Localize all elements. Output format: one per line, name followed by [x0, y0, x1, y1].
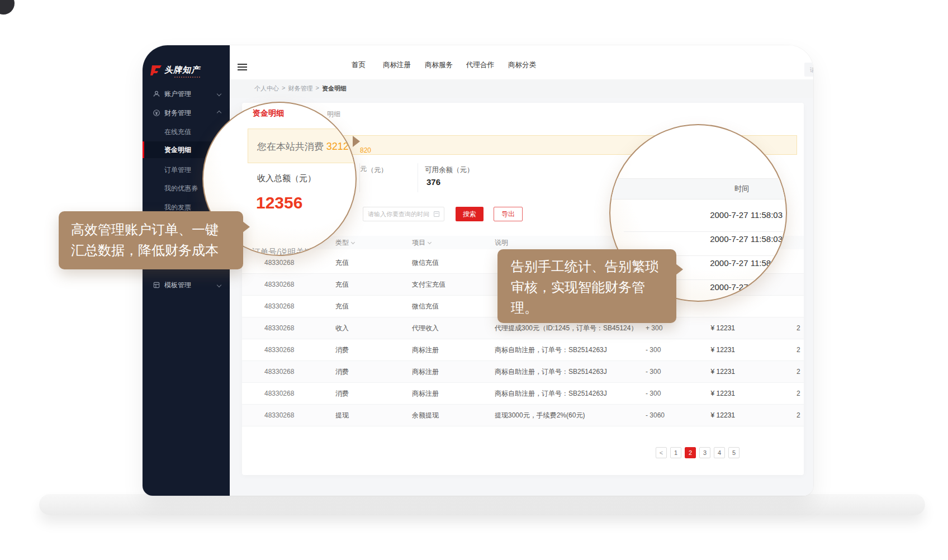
nav-agent-coop[interactable]: 代理合作 [466, 60, 494, 70]
magnified-tab-funds-detail: 资金明细 [253, 108, 284, 118]
page-button-5[interactable]: 5 [728, 447, 740, 458]
cell-project: 余额提现 [412, 411, 495, 420]
breadcrumb: 个人中心 > 财务管理 > 资金明细 [230, 79, 813, 98]
cell-type: 消费 [335, 367, 412, 377]
cell-amount: - 300 [646, 346, 693, 354]
breadcrumb-current: 资金明细 [322, 84, 347, 93]
hamburger-icon[interactable] [238, 64, 247, 72]
finance-icon [153, 109, 160, 117]
cell-balance: ¥ 12231 [693, 368, 735, 376]
sidebar-item-coupons[interactable]: 我的优惠券 [164, 181, 198, 196]
cell-type: 充值 [335, 280, 412, 290]
breadcrumb-separator: > [315, 84, 319, 93]
corner-artifact [0, 0, 15, 15]
breadcrumb-item[interactable]: 个人中心 [254, 84, 279, 93]
cell-project: 微信充值 [412, 258, 495, 268]
magnified-time-header: 时间 [734, 179, 749, 199]
sidebar-item-label: 订单管理 [164, 165, 191, 175]
sidebar-item-label: 我的发票 [164, 203, 191, 212]
cell-time: 2 [735, 346, 804, 354]
cell-order: 48330268 [242, 411, 335, 419]
magnified-time: 2000-7-27 11:58:03 [610, 234, 787, 244]
cell-type: 消费 [335, 345, 412, 355]
logo-icon [150, 65, 162, 76]
cell-desc: 商标自助注册，订单号：SB2514263J [495, 389, 646, 398]
sort-caret-icon [428, 240, 432, 244]
sidebar-item-finance[interactable]: 财务管理 [143, 106, 230, 120]
cell-project: 微信充值 [412, 302, 495, 311]
page-button-1[interactable]: 1 [670, 447, 681, 458]
cell-project: 商标注册 [412, 389, 495, 398]
export-button[interactable]: 导出 [494, 207, 523, 221]
page-button-4[interactable]: 4 [714, 447, 725, 458]
cell-order: 48330268 [242, 259, 335, 267]
magnified-banner-prefix: 您在本站共消费 [257, 141, 324, 152]
callout-right-line1: 告别手工统计、告别繁琐 [511, 256, 676, 277]
cell-project: 商标注册 [412, 345, 495, 355]
page: 头牌知产 账户管理 财务管理 在线充值 资金明细 [0, 0, 948, 560]
cell-type: 收入 [335, 324, 412, 333]
sidebar-item-label: 财务管理 [164, 108, 191, 118]
cell-balance: ¥ 12231 [693, 411, 735, 419]
global-search-input[interactable] [804, 63, 813, 77]
cell-balance: ¥ 12231 [693, 324, 735, 332]
sidebar-item-recharge[interactable]: 在线充值 [164, 125, 191, 139]
cell-order: 48330268 [242, 324, 335, 332]
callout-left: 高效管理账户订单、一键 汇总数据，降低财务成本 [59, 211, 243, 269]
prev-page-button[interactable]: < [656, 447, 667, 458]
callout-right-line2: 审核，实现智能财务管 [511, 277, 676, 297]
sidebar-item-template[interactable]: 模板管理 [143, 278, 230, 292]
header-type[interactable]: 类型 [335, 238, 412, 248]
logo-text: 头牌知产 [164, 65, 200, 75]
cell-type: 充值 [335, 258, 412, 268]
nav-trademark-service[interactable]: 商标服务 [425, 60, 453, 70]
cell-time: 2 [735, 390, 804, 397]
tab-fragment[interactable]: 明细 [327, 110, 340, 119]
nav-home[interactable]: 首页 [352, 60, 366, 70]
header-project[interactable]: 项目 [412, 238, 495, 248]
cell-desc: 商标自助注册，订单号：SB2514263J [495, 367, 646, 377]
template-icon [153, 281, 160, 289]
sidebar-item-orders[interactable]: 订单管理 [164, 163, 191, 177]
cell-order: 48330268 [242, 281, 335, 288]
cell-amount: - 300 [646, 368, 693, 376]
table-row: 48330268 消费 商标注册 商标自助注册，订单号：SB2514263J -… [242, 339, 804, 361]
cell-time: 2 [735, 411, 804, 419]
banner-tail-unit: 元 [360, 165, 367, 173]
stat-label-balance: 可用余额（元） [425, 165, 474, 175]
magnified-income-value: 12356 [256, 193, 302, 212]
stat-label-2: （元） [367, 165, 387, 175]
page-button-3[interactable]: 3 [699, 447, 710, 458]
logo[interactable]: 头牌知产 [150, 65, 200, 76]
callout-right-line3: 理。 [511, 297, 676, 318]
sidebar-item-account[interactable]: 账户管理 [143, 87, 230, 101]
cell-desc: 提现3000元，手续费2%(60元) [495, 411, 646, 420]
sidebar-item-label: 账户管理 [164, 89, 191, 99]
page-button-2-active[interactable]: 2 [685, 447, 696, 458]
cell-amount: - 3060 [646, 411, 693, 419]
stat-divider [418, 163, 418, 192]
date-query-input[interactable] [363, 207, 444, 221]
cell-balance: ¥ 12231 [693, 346, 735, 354]
sidebar: 头牌知产 账户管理 财务管理 在线充值 资金明细 [143, 45, 230, 496]
laptop-base [39, 494, 925, 515]
callout-right: 告别手工统计、告别繁琐 审核，实现智能财务管 理。 [497, 249, 676, 323]
banner-tail: 820 元 [353, 136, 360, 147]
cell-time: 2 [735, 324, 804, 332]
stat-divider [359, 163, 360, 192]
nav-trademark-register[interactable]: 商标注册 [383, 60, 411, 70]
table-row: 48330268 消费 商标注册 商标自助注册，订单号：SB2514263J -… [242, 361, 804, 383]
row-separator [624, 231, 787, 232]
magnified-banner: 您在本站共消费 32124 元 [248, 129, 357, 163]
calendar-icon[interactable] [434, 211, 439, 217]
breadcrumb-item[interactable]: 财务管理 [288, 84, 312, 93]
search-button[interactable]: 搜索 [456, 207, 484, 221]
pagination: < 1 2 3 4 5 [656, 447, 740, 458]
sidebar-item-label: 模板管理 [164, 281, 191, 290]
cell-type: 提现 [335, 411, 412, 420]
breadcrumb-separator: > [282, 84, 285, 93]
magnified-time: 2000-7-27 11:58:03 [610, 210, 787, 220]
nav-trademark-category[interactable]: 商标分类 [508, 60, 536, 70]
banner-tail-amount: 820 [360, 146, 371, 154]
callout-left-line1: 高效管理账户订单、一键 [71, 219, 243, 240]
